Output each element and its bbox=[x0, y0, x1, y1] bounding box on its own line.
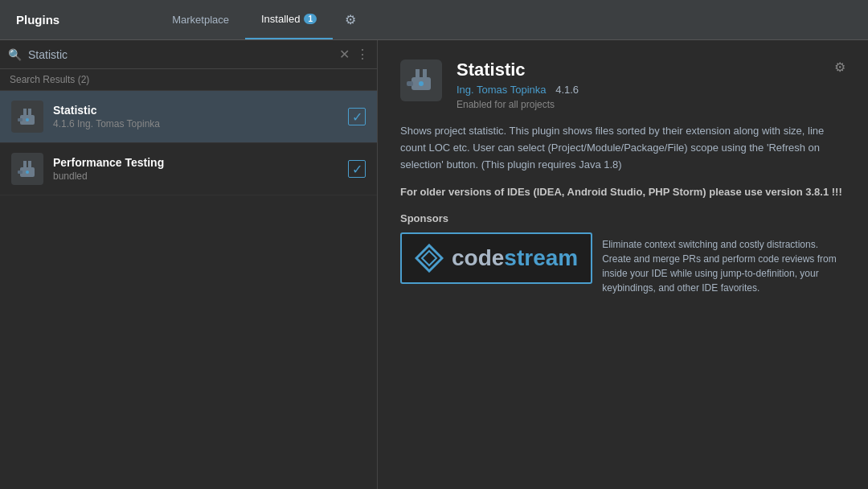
sponsor-stream: stream bbox=[504, 245, 578, 270]
installed-badge: 1 bbox=[304, 14, 317, 24]
svg-point-5 bbox=[26, 118, 29, 121]
more-options-icon[interactable]: ⋮ bbox=[356, 47, 369, 62]
search-bar: 🔍 ✕ ⋮ bbox=[0, 40, 377, 69]
svg-marker-18 bbox=[416, 245, 442, 271]
plugin-info-statistic: Statistic 4.1.6 Ing. Tomas Topinka bbox=[53, 104, 348, 129]
search-input[interactable] bbox=[28, 48, 339, 61]
sponsor-logo-text: codestream bbox=[452, 245, 578, 271]
detail-panel: Statistic Ing. Tomas Topinka 4.1.6 Enabl… bbox=[378, 40, 868, 489]
plugin-list: Statistic 4.1.6 Ing. Tomas Topinka ✓ bbox=[0, 91, 377, 489]
detail-header: Statistic Ing. Tomas Topinka 4.1.6 Enabl… bbox=[400, 60, 845, 110]
svg-rect-8 bbox=[23, 161, 27, 169]
svg-rect-3 bbox=[28, 109, 31, 117]
sidebar: 🔍 ✕ ⋮ Search Results (2) bbox=[0, 40, 378, 489]
codestream-diamond-icon bbox=[415, 244, 444, 273]
plugin-icon-performance bbox=[11, 153, 43, 185]
plugin-item-statistic[interactable]: Statistic 4.1.6 Ing. Tomas Topinka ✓ bbox=[0, 91, 377, 143]
header: Plugins Marketplace Installed 1 ⚙ bbox=[0, 0, 868, 40]
plugin-name-performance: Performance Testing bbox=[53, 156, 348, 169]
clear-search-button[interactable]: ✕ bbox=[339, 47, 350, 62]
sponsor-banner[interactable]: codestream bbox=[400, 232, 592, 284]
detail-description-2: For older versions of IDEs (IDEA, Androi… bbox=[400, 184, 845, 201]
sponsor-description: Eliminate context switching and costly d… bbox=[602, 237, 845, 295]
svg-marker-19 bbox=[422, 251, 436, 265]
detail-version: 4.1.6 bbox=[555, 84, 579, 96]
plugin-info-performance: Performance Testing bundled bbox=[53, 156, 348, 182]
detail-plugin-icon bbox=[400, 60, 442, 101]
detail-author: Ing. Tomas Topinka bbox=[457, 84, 547, 96]
sponsor-logo: codestream bbox=[415, 244, 578, 273]
app-title: Plugins bbox=[16, 13, 59, 27]
detail-status: Enabled for all projects bbox=[457, 99, 834, 110]
plugin-check-statistic[interactable]: ✓ bbox=[348, 108, 366, 125]
detail-description-1: Shows project statistic. This plugin sho… bbox=[400, 123, 845, 173]
plugin-name-statistic: Statistic bbox=[53, 104, 348, 117]
svg-rect-4 bbox=[18, 118, 23, 121]
sponsor-code: code bbox=[452, 245, 504, 270]
settings-gear-button[interactable]: ⚙ bbox=[345, 12, 356, 27]
search-icon: 🔍 bbox=[8, 48, 22, 61]
svg-rect-16 bbox=[407, 81, 413, 86]
svg-rect-15 bbox=[423, 69, 427, 79]
svg-point-11 bbox=[26, 171, 29, 174]
plugin-check-performance[interactable]: ✓ bbox=[348, 160, 366, 178]
tab-marketplace[interactable]: Marketplace bbox=[156, 0, 245, 39]
plugin-icon-statistic bbox=[11, 101, 43, 133]
results-label: Search Results (2) bbox=[0, 69, 377, 91]
sponsor-section: codestream Eliminate context switching a… bbox=[400, 232, 845, 295]
tab-bar: Marketplace Installed 1 ⚙ bbox=[156, 0, 356, 39]
plugin-item-performance[interactable]: Performance Testing bundled ✓ bbox=[0, 143, 377, 195]
svg-point-17 bbox=[419, 81, 424, 86]
svg-rect-2 bbox=[23, 109, 27, 117]
detail-gear-button[interactable]: ⚙ bbox=[834, 60, 845, 75]
svg-rect-10 bbox=[18, 171, 23, 174]
plugin-sub-statistic: 4.1.6 Ing. Tomas Topinka bbox=[53, 118, 348, 129]
svg-rect-14 bbox=[416, 69, 420, 79]
sponsors-title: Sponsors bbox=[400, 212, 845, 224]
main-layout: 🔍 ✕ ⋮ Search Results (2) bbox=[0, 40, 868, 489]
plugin-sub-performance: bundled bbox=[53, 171, 348, 182]
detail-name: Statistic bbox=[457, 60, 834, 80]
tab-installed[interactable]: Installed 1 bbox=[245, 0, 333, 39]
detail-title-block: Statistic Ing. Tomas Topinka 4.1.6 Enabl… bbox=[457, 60, 834, 110]
svg-rect-9 bbox=[28, 161, 31, 169]
